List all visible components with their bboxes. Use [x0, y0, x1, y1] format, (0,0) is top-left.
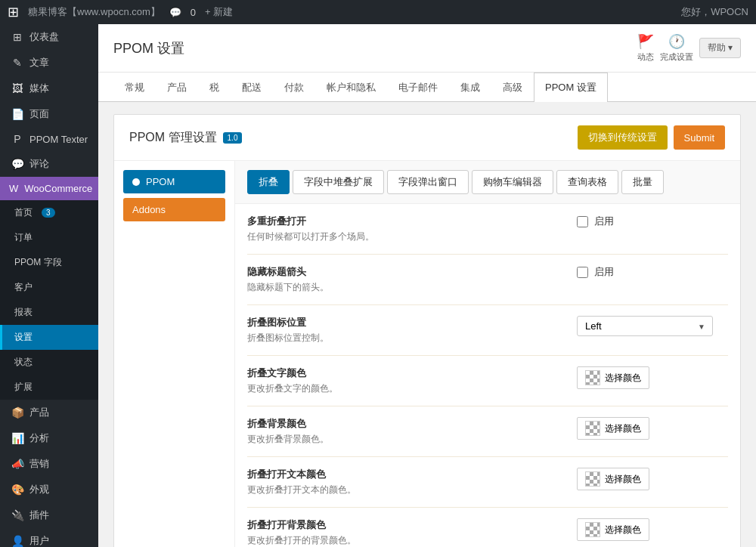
sidebar-sub-settings[interactable]: 设置: [0, 325, 98, 350]
sidebar-item-label: 仪表盘: [29, 30, 59, 44]
color-picker-open-text-color[interactable]: 选择颜色: [577, 468, 649, 490]
color-picker-open-bg-color[interactable]: 选择颜色: [577, 518, 649, 541]
ppom-container: PPOM 管理设置 1.0 切换到传统设置 Submit PPOM: [113, 114, 741, 547]
tab-advanced[interactable]: 高级: [491, 73, 534, 102]
sidebar: ⊞ 仪表盘 ✎ 文章 🖼 媒体 📄 页面 P PPOM Texter 💬 评论 …: [0, 24, 98, 547]
reports-label: 报表: [14, 306, 33, 319]
ppom-subtabs: 折叠 字段中堆叠扩展 字段弹出窗口 购物车编辑器 查询表格 批量: [235, 161, 740, 204]
woo-label: WooCommerce: [24, 183, 92, 194]
sidebar-item-media[interactable]: 🖼 媒体: [0, 76, 98, 101]
sidebar-item-appearance[interactable]: 🎨 外观: [0, 477, 98, 502]
action-label-1: 动态: [637, 51, 654, 63]
setting-label-1: 隐藏标题箭头 隐藏标题下的箭头。: [247, 265, 562, 294]
setting-control-4: 选择颜色: [562, 417, 728, 440]
setting-bg-color: 折叠背景颜色 更改折叠背景颜色。 选择颜色: [247, 406, 728, 457]
clock-icon: 🕐: [668, 33, 685, 50]
dashboard-icon: ⊞: [11, 31, 23, 43]
subtab-accordion[interactable]: 折叠: [247, 170, 290, 194]
action-button-1[interactable]: 🚩 动态: [637, 33, 654, 63]
sidebar-item-marketing[interactable]: 📣 营销: [0, 451, 98, 477]
checkbox-hide-arrow[interactable]: [577, 267, 588, 278]
tab-products[interactable]: 产品: [156, 73, 198, 102]
setting-open-text-color: 折叠打开文本颜色 更改折叠打开文本的颜色。 选择颜色: [247, 457, 728, 508]
sidebar-sub-ppom-fields[interactable]: PPOM 字段: [0, 250, 98, 275]
tab-ppom[interactable]: PPOM 设置: [534, 73, 608, 102]
sidebar-sub-status[interactable]: 状态: [0, 350, 98, 375]
sidebar-item-users[interactable]: 👤 用户: [0, 528, 98, 547]
sidebar-item-ppom[interactable]: P PPOM Texter: [0, 127, 98, 151]
ppom-left-nav: PPOM Addons: [114, 161, 235, 547]
pages-icon: 📄: [11, 108, 23, 120]
checkbox-multiple-accordion[interactable]: [577, 216, 588, 227]
sidebar-sub-extensions[interactable]: 扩展: [0, 375, 98, 400]
products-icon: 📦: [11, 406, 23, 419]
tab-shipping[interactable]: 配送: [231, 73, 273, 102]
wp-logo: ⊞: [8, 4, 19, 20]
color-preview-4: [585, 421, 600, 436]
ppom-nav-addons[interactable]: Addons: [123, 198, 225, 221]
sidebar-item-label: 媒体: [29, 82, 49, 95]
setting-control-0: 启用: [562, 215, 728, 228]
color-preview-6: [585, 522, 600, 537]
new-button[interactable]: + 新建: [205, 5, 233, 19]
extensions-label: 扩展: [14, 381, 33, 394]
ppom-nav-ppom[interactable]: PPOM: [123, 170, 225, 193]
tab-integration[interactable]: 集成: [449, 73, 491, 102]
sidebar-sub-orders[interactable]: 订单: [0, 225, 98, 250]
subtab-query-table[interactable]: 查询表格: [556, 170, 618, 194]
sidebar-item-label: 文章: [29, 56, 49, 70]
action-button-2[interactable]: 🕐 完成设置: [660, 33, 693, 63]
setting-label-0: 多重折叠打开 任何时候都可以打开多个场局。: [247, 215, 562, 243]
subtab-field-popup[interactable]: 字段弹出窗口: [387, 170, 469, 194]
site-name[interactable]: 糖果博客【www.wpocn.com】: [28, 5, 160, 19]
setting-desc-2: 折叠图标位置控制。: [247, 332, 562, 345]
tab-payment[interactable]: 付款: [273, 73, 315, 102]
posts-icon: ✎: [11, 57, 23, 69]
admin-bar: ⊞ 糖果博客【www.wpocn.com】 💬 0 + 新建 您好，WPOCN: [0, 0, 756, 24]
subtab-batch[interactable]: 批量: [621, 170, 664, 194]
ppom-icon: P: [11, 133, 23, 145]
color-picker-text-color[interactable]: 选择颜色: [577, 366, 649, 389]
sidebar-item-products[interactable]: 📦 产品: [0, 400, 98, 425]
version-badge: 1.0: [223, 132, 243, 144]
tab-email[interactable]: 电子邮件: [387, 73, 449, 102]
subtab-field-expand[interactable]: 字段中堆叠扩展: [293, 170, 384, 194]
users-label: 用户: [29, 534, 49, 547]
subtab-cart-editor[interactable]: 购物车编辑器: [472, 170, 553, 194]
setting-title-5: 折叠打开文本颜色: [247, 468, 562, 481]
setting-desc-5: 更改折叠打开文本的颜色。: [247, 484, 562, 496]
setting-open-bg-color: 折叠打开背景颜色 更改折叠打开的背景颜色。 选择颜色: [247, 508, 728, 547]
sidebar-item-analytics[interactable]: 📊 分析: [0, 425, 98, 451]
ppom-right-wrapper: 折叠 字段中堆叠扩展 字段弹出窗口 购物车编辑器 查询表格 批量 多重折叠打开: [235, 161, 740, 547]
sidebar-sub-reports[interactable]: 报表: [0, 300, 98, 325]
sidebar-item-comments[interactable]: 💬 评论: [0, 151, 98, 177]
content-area: PPOM 设置 🚩 动态 🕐 完成设置 帮助 ▾ 常规 产品 税 配送 付款 帐…: [98, 24, 756, 547]
setting-label-2: 折叠图标位置 折叠图标位置控制。: [247, 316, 562, 345]
color-picker-bg-color[interactable]: 选择颜色: [577, 417, 649, 440]
content-header: PPOM 设置 🚩 动态 🕐 完成设置 帮助 ▾: [98, 24, 756, 73]
help-button[interactable]: 帮助 ▾: [699, 38, 741, 58]
setting-icon-position: 折叠图标位置 折叠图标位置控制。 Left Right None: [247, 305, 728, 356]
sidebar-item-plugins[interactable]: 🔌 插件: [0, 502, 98, 528]
sidebar-item-posts[interactable]: ✎ 文章: [0, 50, 98, 76]
sidebar-sub-home[interactable]: 首页 3: [0, 200, 98, 225]
setting-multiple-accordion: 多重折叠打开 任何时候都可以打开多个场局。 启用: [247, 204, 728, 255]
ppom-body: PPOM Addons 折叠 字段中堆叠扩展 字段弹出窗口 购物车编辑器 查询表…: [114, 161, 740, 547]
analytics-label: 分析: [29, 431, 49, 445]
tab-accounts[interactable]: 帐户和隐私: [315, 73, 387, 102]
select-wrapper-icon-position: Left Right None: [577, 316, 713, 336]
sidebar-item-dashboard[interactable]: ⊞ 仪表盘: [0, 24, 98, 50]
select-icon-position[interactable]: Left Right None: [577, 316, 713, 336]
setting-desc-1: 隐藏标题下的箭头。: [247, 281, 562, 294]
home-label: 首页: [14, 206, 33, 219]
tab-general[interactable]: 常规: [113, 73, 156, 102]
submit-button[interactable]: Submit: [674, 125, 725, 150]
tab-tax[interactable]: 税: [198, 73, 231, 102]
sidebar-item-pages[interactable]: 📄 页面: [0, 101, 98, 127]
comments-icon: 💬: [11, 158, 23, 170]
setting-title-4: 折叠背景颜色: [247, 417, 562, 431]
setting-title-1: 隐藏标题箭头: [247, 265, 562, 279]
sidebar-sub-customers[interactable]: 客户: [0, 275, 98, 300]
traditional-settings-button[interactable]: 切换到传统设置: [578, 125, 668, 150]
sidebar-woocommerce-header[interactable]: W WooCommerce: [0, 177, 98, 200]
